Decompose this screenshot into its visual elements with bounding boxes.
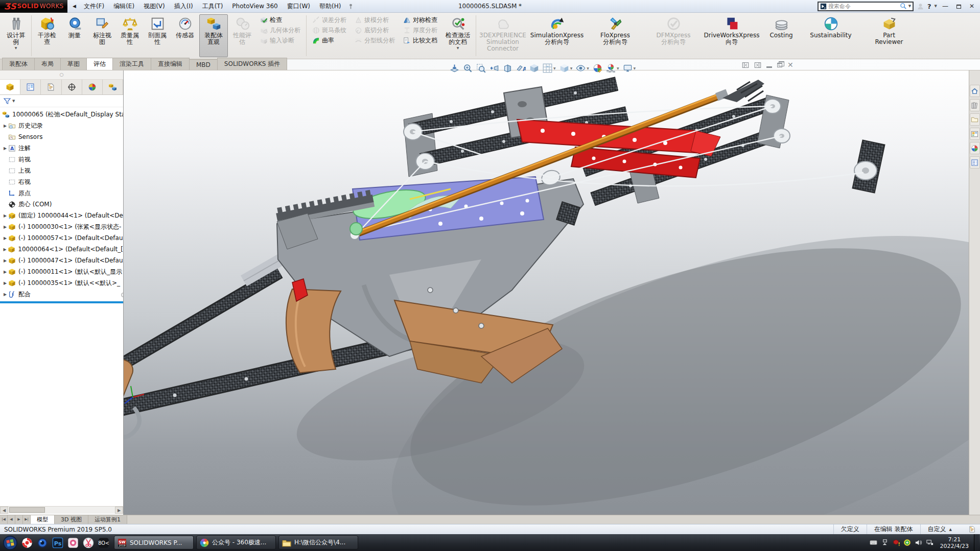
- tree-item-2[interactable]: Sensors: [0, 131, 123, 142]
- tree-tab-config[interactable]: [41, 80, 61, 94]
- dropdown-caret-icon[interactable]: ▼: [15, 46, 17, 50]
- ribbon-compare-documents-button[interactable]: 比较文档: [400, 35, 440, 45]
- tree-item-1[interactable]: ▶历史记录: [0, 120, 123, 131]
- expand-arrow-icon[interactable]: ▶: [2, 292, 8, 297]
- hud-zoom-fit-button[interactable]: [449, 62, 460, 74]
- command-tab-5[interactable]: 直接编辑: [151, 58, 190, 70]
- dropdown-caret-icon[interactable]: ▼: [553, 66, 556, 70]
- command-tab-1[interactable]: 布局: [34, 58, 61, 70]
- expand-arrow-icon[interactable]: ▶: [2, 236, 8, 241]
- quicklaunch-browser-360[interactable]: [19, 536, 35, 550]
- command-tab-0[interactable]: 装配体: [2, 58, 35, 70]
- ribbon-check-active-document-button[interactable]: 检查激活的文档▼: [442, 14, 474, 57]
- tray-volume-icon[interactable]: [915, 539, 922, 546]
- command-search[interactable]: ▼: [818, 2, 914, 11]
- tree-horizontal-scrollbar[interactable]: ◀ ▶: [0, 506, 123, 514]
- start-button[interactable]: [3, 536, 17, 550]
- tree-collapse-grip[interactable]: ○: [0, 70, 123, 80]
- search-input[interactable]: [828, 3, 898, 10]
- tray-keyboard-icon[interactable]: [870, 539, 877, 546]
- taskpane-view-palette-button[interactable]: [970, 128, 980, 140]
- tree-item-6[interactable]: 右视: [0, 176, 123, 187]
- rollback-bar[interactable]: [0, 301, 123, 303]
- menu-item-2[interactable]: 视图(V): [139, 0, 170, 13]
- menu-item-5[interactable]: PhotoView 360: [227, 1, 282, 12]
- tree-tab-feature[interactable]: [0, 80, 20, 94]
- menu-item-4[interactable]: 工具(T): [198, 0, 228, 13]
- child-restore-icon[interactable]: [777, 63, 782, 67]
- ribbon-check-button[interactable]: 检查: [257, 15, 304, 25]
- hud-annotation-visibility-button[interactable]: A: [515, 62, 527, 74]
- tree-item-9[interactable]: ▶(固定) 10000044<1> (Default<De: [0, 210, 123, 221]
- ribbon-sensor-button[interactable]: 传感器: [172, 14, 198, 57]
- ribbon-assembly-visualization-button[interactable]: 装配体直观: [199, 14, 228, 57]
- ribbon-interference-button[interactable]: 干涉检查: [34, 14, 60, 57]
- sheet-nav-3[interactable]: ▶|: [23, 515, 31, 524]
- ribbon-part-reviewer-button[interactable]: Part Reviewer: [860, 14, 918, 57]
- expand-arrow-icon[interactable]: ▶: [2, 146, 8, 151]
- scroll-left-icon[interactable]: ◀: [0, 507, 8, 514]
- pane-collapse-right-icon[interactable]: [754, 62, 761, 68]
- tree-tab-dimxpert[interactable]: [62, 80, 82, 94]
- tree-item-14[interactable]: ▶(-) 10000011<1> (默认<默认_显示: [0, 266, 123, 277]
- tree-item-4[interactable]: 前视: [0, 154, 123, 165]
- filter-caret-icon[interactable]: ▼: [12, 99, 15, 103]
- command-tab-4[interactable]: 渲染工具: [112, 58, 151, 70]
- menu-item-6[interactable]: 窗口(W): [283, 0, 315, 13]
- ribbon-mass-properties-button[interactable]: 质量属性: [116, 14, 143, 57]
- task-button-1[interactable]: 公众号 - 360极速...: [196, 536, 276, 549]
- sheet-nav-0[interactable]: |◀: [0, 515, 8, 524]
- hud-display-style-button[interactable]: ▼: [558, 62, 574, 74]
- ribbon-simulationxpress-button[interactable]: SimulationXpress 分析向导: [528, 14, 586, 57]
- tree-tab-display[interactable]: [82, 80, 103, 94]
- hud-view-orientation-button[interactable]: [528, 62, 540, 74]
- expand-arrow-icon[interactable]: ▶: [2, 213, 8, 218]
- tree-tab-property[interactable]: [20, 80, 41, 94]
- command-tab-2[interactable]: 草图: [60, 58, 87, 70]
- hud-section-view-button[interactable]: [502, 62, 514, 74]
- child-minimize-icon[interactable]: [766, 63, 772, 68]
- quicklaunch-photoshop[interactable]: Ps: [50, 536, 65, 550]
- task-button-0[interactable]: SW2019SOLIDWORKS P...: [114, 536, 194, 549]
- child-close-icon[interactable]: ✕: [787, 62, 794, 68]
- model-tab-1[interactable]: 3D 视图: [55, 515, 88, 524]
- expand-arrow-icon[interactable]: ▶: [2, 281, 8, 285]
- tree-item-3[interactable]: ▶A注解: [0, 142, 123, 154]
- menu-item-0[interactable]: 文件(F): [79, 0, 109, 13]
- tree-item-16[interactable]: ▶配合: [0, 289, 123, 300]
- expand-arrow-icon[interactable]: ▶: [2, 247, 8, 252]
- dropdown-caret-icon[interactable]: ▼: [457, 46, 459, 50]
- graphics-viewport[interactable]: [124, 70, 969, 515]
- close-button[interactable]: ✕: [967, 3, 977, 10]
- help-button[interactable]: ?: [927, 3, 931, 10]
- tree-item-10[interactable]: ▶(-) 10000030<1> (张紧<显示状态-: [0, 221, 123, 232]
- tree-item-12[interactable]: ▶10000064<1> (Default<Default_[: [0, 244, 123, 255]
- tray-sw-icon[interactable]: !: [892, 539, 900, 546]
- hud-view-settings-button[interactable]: ▼: [622, 62, 637, 74]
- tray-clock[interactable]: 7:212022/4/23: [937, 536, 972, 549]
- status-tag-icon[interactable]: [968, 525, 976, 533]
- ribbon-measure-button[interactable]: 测量: [61, 14, 88, 57]
- ribbon-curvature-button[interactable]: 曲率: [309, 35, 349, 45]
- tree-item-7[interactable]: 原点: [0, 187, 123, 199]
- hud-zoom-area-button[interactable]: [462, 62, 474, 74]
- ribbon-sustainability-button[interactable]: Sustainability: [802, 14, 859, 57]
- status-caret-icon[interactable]: ▲: [949, 528, 952, 532]
- tree-item-11[interactable]: ▶(-) 10000057<1> (Default<Defau: [0, 232, 123, 244]
- pin-icon[interactable]: [347, 3, 354, 10]
- tree-item-5[interactable]: 上视: [0, 165, 123, 176]
- hud-zoom-window-button[interactable]: [475, 62, 487, 74]
- help-caret-icon[interactable]: ▼: [935, 4, 937, 8]
- tray-network-icon[interactable]: [926, 539, 934, 546]
- tray-360-icon[interactable]: [903, 539, 911, 546]
- taskpane-design-library-button[interactable]: [970, 99, 980, 111]
- minimize-button[interactable]: —: [940, 3, 950, 10]
- taskpane-appearances-pane-button[interactable]: [970, 142, 980, 154]
- taskpane-file-explorer-button[interactable]: [970, 113, 980, 126]
- command-tab-3[interactable]: 评估: [86, 58, 113, 70]
- menu-item-3[interactable]: 插入(I): [170, 0, 198, 13]
- hud-view-selector-button[interactable]: ▼: [542, 62, 557, 74]
- quicklaunch-music-app[interactable]: 8O<: [96, 536, 111, 550]
- tree-item-15[interactable]: ▶(-) 10000035<1> (默认<<默认>_: [0, 277, 123, 289]
- menu-item-1[interactable]: 编辑(E): [109, 0, 139, 13]
